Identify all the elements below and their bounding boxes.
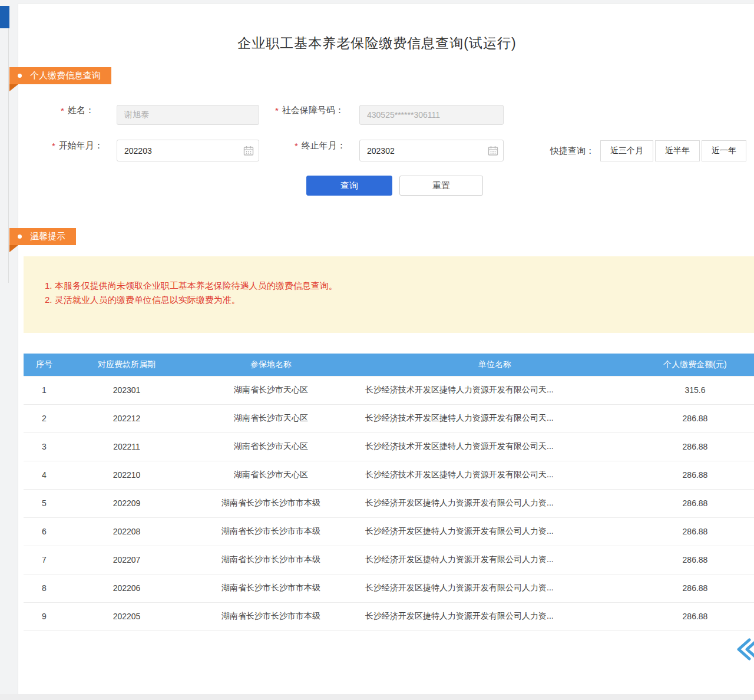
start-month-field-group: * 开始年月： [52,140,103,151]
table-row: 1 202301 湖南省长沙市天心区 长沙经济技术开发区捷特人力资源开发有限公司… [24,376,754,404]
calendar-icon[interactable] [243,146,254,156]
ssn-label: 社会保障号码： [282,105,344,116]
cell-amount: 286.88 [636,517,754,546]
cell-area: 湖南省长沙市天心区 [188,432,353,461]
payment-records-table: 序号 对应费款所属期 参保地名称 单位名称 个人缴费金额(元) 1 202301… [24,354,754,631]
name-field-group: * 姓名： [61,105,94,116]
cell-area: 湖南省长沙市天心区 [188,376,353,404]
required-star: * [295,141,298,151]
cell-area: 湖南省长沙市长沙市市本级 [188,489,353,517]
cell-company: 长沙经济开发区捷特人力资源开发有限公司人力资... [353,602,636,630]
bottom-edge [0,694,754,700]
reset-button[interactable]: 重置 [399,176,483,196]
required-star: * [61,105,64,115]
ribbon-fold-decoration [9,84,18,91]
cell-company: 长沙经济开发区捷特人力资源开发有限公司人力资... [353,546,636,574]
cell-period: 202210 [65,461,188,489]
quick-query-3months-button[interactable]: 近三个月 [600,140,653,161]
cell-period: 202205 [65,602,188,630]
cell-index: 1 [24,376,65,404]
ssn-field-group: * 社会保障号码： [275,105,344,116]
cell-area: 湖南省长沙市天心区 [188,461,353,489]
ssn-input-wrap [359,105,504,125]
start-month-input[interactable] [117,140,259,161]
header-area: 参保地名称 [188,354,353,376]
quick-query-halfyear-button[interactable]: 近半年 [655,140,700,161]
cell-amount: 286.88 [636,602,754,630]
header-amount: 个人缴费金额(元) [636,354,754,376]
cell-amount: 286.88 [636,546,754,574]
name-label: 姓名： [68,105,94,116]
end-month-input-wrap [359,140,504,161]
sidebar-divider [8,28,9,283]
collapsed-sidebar-tab[interactable] [0,6,9,28]
table-row: 5 202209 湖南省长沙市长沙市市本级 长沙经济开发区捷特人力资源开发有限公… [24,489,754,517]
cell-period: 202211 [65,432,188,461]
cell-area: 湖南省长沙市长沙市市本级 [188,602,353,630]
cell-index: 7 [24,546,65,574]
page-title: 企业职工基本养老保险缴费信息查询(试运行) [0,34,754,52]
end-month-label: 终止年月： [302,140,346,151]
table-row: 7 202207 湖南省长沙市长沙市市本级 长沙经济开发区捷特人力资源开发有限公… [24,546,754,574]
cell-period: 202301 [65,376,188,404]
cell-amount: 315.6 [636,376,754,404]
cell-area: 湖南省长沙市长沙市市本级 [188,574,353,602]
cell-area: 湖南省长沙市长沙市市本级 [188,517,353,546]
table-header-row: 序号 对应费款所属期 参保地名称 单位名称 个人缴费金额(元) [24,354,754,376]
end-month-field-group: * 终止年月： [295,140,346,151]
header-period: 对应费款所属期 [65,354,188,376]
cell-index: 2 [24,404,65,432]
cell-period: 202212 [65,404,188,432]
table-row: 2 202212 湖南省长沙市天心区 长沙经济技术开发区捷特人力资源开发有限公司… [24,404,754,432]
notice-line: 1. 本服务仅提供尚未领取企业职工基本养老保险待遇人员的缴费信息查询。 [45,279,742,293]
query-button[interactable]: 查询 [306,176,392,196]
cell-area: 湖南省长沙市天心区 [188,404,353,432]
header-company: 单位名称 [353,354,636,376]
cell-period: 202209 [65,489,188,517]
cell-index: 6 [24,517,65,546]
notice-line: 2. 灵活就业人员的缴费单位信息以实际缴费为准。 [45,293,742,307]
table-row: 4 202210 湖南省长沙市天心区 长沙经济技术开发区捷特人力资源开发有限公司… [24,461,754,489]
cell-company: 长沙经济开发区捷特人力资源开发有限公司人力资... [353,517,636,546]
cell-index: 4 [24,461,65,489]
cell-amount: 286.88 [636,432,754,461]
cell-period: 202208 [65,517,188,546]
cell-amount: 286.88 [636,574,754,602]
cell-company: 长沙经济技术开发区捷特人力资源开发有限公司天... [353,461,636,489]
cell-index: 8 [24,574,65,602]
start-month-label: 开始年月： [59,140,103,151]
section-badge-personal-query: 个人缴费信息查询 [9,67,111,84]
ssn-input[interactable] [359,105,504,125]
notice-box: 1. 本服务仅提供尚未领取企业职工基本养老保险待遇人员的缴费信息查询。 2. 灵… [24,256,754,333]
double-chevron-left-icon[interactable] [735,636,754,662]
end-month-input[interactable] [359,140,504,161]
form-actions: 查询 重置 [306,176,483,196]
cell-period: 202207 [65,546,188,574]
bullet-dot-icon [18,74,22,78]
cell-company: 长沙经济技术开发区捷特人力资源开发有限公司天... [353,432,636,461]
quick-query-group: 快捷查询： 近三个月 近半年 近一年 [550,140,746,161]
name-input[interactable] [117,105,259,125]
calendar-icon[interactable] [488,146,498,156]
cell-index: 3 [24,432,65,461]
start-month-input-wrap [117,140,259,161]
table-row: 3 202211 湖南省长沙市天心区 长沙经济技术开发区捷特人力资源开发有限公司… [24,432,754,461]
quick-query-1year-button[interactable]: 近一年 [702,140,746,161]
cell-index: 5 [24,489,65,517]
required-star: * [52,141,55,151]
cell-amount: 286.88 [636,461,754,489]
cell-company: 长沙经济技术开发区捷特人力资源开发有限公司天... [353,376,636,404]
cell-period: 202206 [65,574,188,602]
cell-amount: 286.88 [636,489,754,517]
header-index: 序号 [24,354,65,376]
cell-amount: 286.88 [636,404,754,432]
cell-company: 长沙经济开发区捷特人力资源开发有限公司人力资... [353,574,636,602]
section-badge-label: 温馨提示 [30,231,65,242]
section-badge-label: 个人缴费信息查询 [30,70,101,81]
cell-index: 9 [24,602,65,630]
name-input-wrap [117,105,259,125]
table-row: 8 202206 湖南省长沙市长沙市市本级 长沙经济开发区捷特人力资源开发有限公… [24,574,754,602]
cell-company: 长沙经济开发区捷特人力资源开发有限公司人力资... [353,489,636,517]
quick-query-label: 快捷查询： [550,146,594,157]
ribbon-fold-decoration [9,245,18,252]
